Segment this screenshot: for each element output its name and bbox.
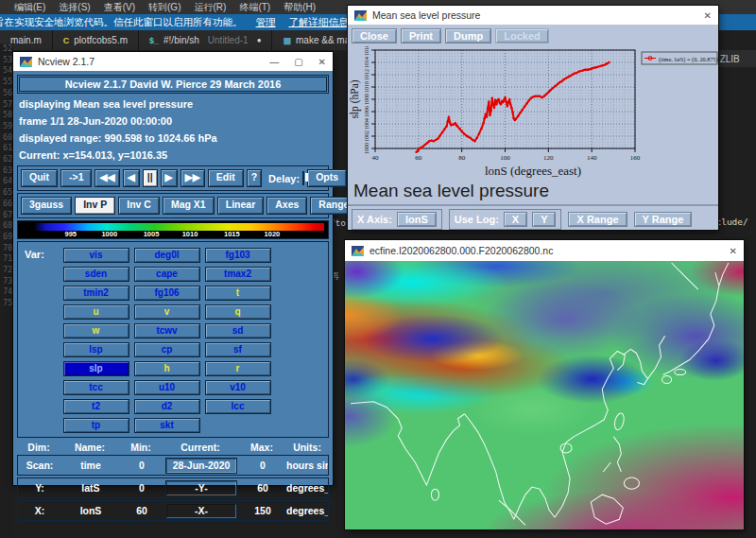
svg-text:(time, latS) = (0, 20.875): (time, latS) = (0, 20.875) bbox=[659, 56, 718, 63]
display-options-row: 3gaussInv PInv CMag X1LinearAxesRangeBi-… bbox=[17, 193, 329, 218]
manage-link[interactable]: 管理 bbox=[256, 16, 276, 29]
window-title: ecfine.I2020062800.000.F2020062800.nc bbox=[369, 245, 553, 256]
x-axis-label: X Axis: bbox=[357, 214, 392, 225]
var-button-skt[interactable]: skt bbox=[134, 418, 200, 433]
linear-button[interactable]: Linear bbox=[217, 197, 265, 215]
log-x-button[interactable]: X bbox=[504, 212, 527, 227]
log-y-button[interactable]: Y bbox=[532, 212, 556, 227]
print-button[interactable]: Print bbox=[401, 28, 441, 43]
var-button-lsp[interactable]: lsp bbox=[63, 342, 129, 357]
plot-bottom-toolbar: X Axis: lonS Use Log: X Y X Range Y Rang… bbox=[348, 204, 718, 233]
menu-item[interactable]: 查看(V) bbox=[97, 1, 142, 14]
var-button-tmin2[interactable]: tmin2 bbox=[63, 286, 129, 301]
y-range-button[interactable]: Y Range bbox=[634, 212, 693, 227]
maximize-icon[interactable]: ▢ bbox=[294, 57, 302, 67]
vscode-menu-bar: 编辑(E)选择(S)查看(V)转到(G)运行(R)终端(T)帮助(H) bbox=[8, 1, 322, 14]
delay-input[interactable] bbox=[302, 171, 304, 185]
close-button[interactable]: Close bbox=[352, 28, 397, 43]
edit-button[interactable]: Edit bbox=[208, 169, 244, 187]
var-button-w[interactable]: w bbox=[63, 323, 129, 338]
var-button-t2[interactable]: t2 bbox=[63, 399, 129, 414]
var-button-v[interactable]: v bbox=[134, 304, 200, 320]
var-button-q[interactable]: q bbox=[205, 304, 271, 320]
tab-sublabel: Untitled-1 bbox=[208, 35, 249, 45]
axes-button[interactable]: Axes bbox=[266, 197, 307, 215]
svg-text:120: 120 bbox=[543, 154, 554, 162]
svg-text:slp (hPa): slp (hPa) bbox=[349, 79, 361, 118]
step-back-icon[interactable]: ◀ bbox=[123, 169, 140, 187]
ncview-version-banner: Ncview 2.1.7 David W. Pierce 29 March 20… bbox=[19, 77, 327, 92]
var-button-u[interactable]: u bbox=[63, 304, 129, 320]
var-button-v10[interactable]: v10 bbox=[205, 380, 271, 395]
var-button-h[interactable]: h bbox=[134, 361, 200, 376]
ncview-titlebar[interactable]: Ncview 2.1.7 — ▢ ✕ bbox=[13, 52, 333, 71]
slp-field-map[interactable] bbox=[345, 261, 744, 529]
learn-more-link[interactable]: 了解详细信息 bbox=[289, 16, 349, 29]
goto-frame-1-button[interactable]: ->1 bbox=[60, 169, 92, 187]
quit-button[interactable]: Quit bbox=[21, 169, 58, 187]
var-button-cp[interactable]: cp bbox=[134, 342, 200, 357]
use-log-label: Use Log: bbox=[455, 214, 499, 225]
var-button-d2[interactable]: d2 bbox=[134, 399, 200, 414]
tab-label: #!/bin/sh bbox=[163, 35, 199, 45]
close-icon[interactable]: ✕ bbox=[730, 246, 737, 256]
menu-item[interactable]: 运行(R) bbox=[187, 1, 232, 14]
dim-current-button[interactable]: 28-Jun-2020 bbox=[165, 458, 237, 474]
3gauss-button[interactable]: 3gauss bbox=[21, 197, 72, 215]
editor-tab[interactable]: Cplotfcobs5.m bbox=[53, 30, 139, 50]
x-axis-variable-button[interactable]: lonS bbox=[397, 212, 437, 227]
dim-units: hours since 2 bbox=[286, 460, 328, 471]
dim-current-button[interactable]: -X- bbox=[165, 503, 237, 519]
menu-item[interactable]: 编辑(E) bbox=[8, 1, 52, 14]
frame-line: frame 1/1 28-Jun-2020 00:00:00 bbox=[16, 113, 330, 130]
map-titlebar[interactable]: ecfine.I2020062800.000.F2020062800.nc ✕ bbox=[345, 240, 744, 261]
dim-current-button[interactable]: -Y- bbox=[165, 480, 237, 496]
minimize-icon[interactable]: — bbox=[269, 57, 279, 67]
close-icon[interactable]: ✕ bbox=[318, 57, 326, 67]
inv-c-button[interactable]: Inv C bbox=[118, 197, 160, 215]
dump-button[interactable]: Dump bbox=[445, 28, 491, 43]
rewind-icon[interactable]: ◀◀ bbox=[94, 169, 119, 187]
var-button-sd[interactable]: sd bbox=[205, 323, 271, 338]
var-button-slp[interactable]: slp bbox=[63, 361, 129, 376]
var-button-t[interactable]: t bbox=[205, 286, 271, 301]
dim-header-cell: Dim: bbox=[17, 442, 60, 453]
menu-item[interactable]: 终端(T) bbox=[232, 1, 277, 14]
var-button-r[interactable]: r bbox=[205, 361, 271, 376]
fast-forward-icon[interactable]: ▶▶ bbox=[180, 169, 205, 187]
plot-titlebar[interactable]: Mean sea level pressure ✕ bbox=[348, 6, 718, 25]
var-button-tcc[interactable]: tcc bbox=[63, 380, 129, 395]
pause-icon[interactable]: || bbox=[143, 169, 158, 187]
svg-text:1014: 1014 bbox=[364, 57, 369, 68]
var-button-cape[interactable]: cape bbox=[134, 267, 200, 282]
var-button-u10[interactable]: u10 bbox=[134, 380, 200, 395]
dim-min: 60 bbox=[120, 505, 163, 516]
var-button-sf[interactable]: sf bbox=[205, 342, 271, 357]
svg-text:1000: 1000 bbox=[364, 143, 369, 154]
var-button-tcwv[interactable]: tcwv bbox=[134, 323, 200, 338]
line-number: 53 bbox=[0, 55, 12, 66]
x-range-button[interactable]: X Range bbox=[568, 212, 627, 227]
var-button-lcc[interactable]: lcc bbox=[205, 399, 271, 414]
editor-tab[interactable]: $_#!/bin/shUntitled-1● bbox=[139, 30, 272, 50]
help-button[interactable]: ? bbox=[247, 169, 262, 187]
line-number: 62 bbox=[0, 154, 12, 165]
close-icon[interactable]: ✕ bbox=[704, 10, 712, 21]
dim-units: degrees_east bbox=[286, 505, 328, 516]
play-icon[interactable]: ▶ bbox=[161, 169, 178, 187]
opts-button[interactable]: Opts bbox=[307, 169, 347, 187]
current-line: Current: x=154.013, y=1016.35 bbox=[16, 147, 330, 164]
var-button-sden[interactable]: sden bbox=[63, 267, 129, 282]
var-button-vis[interactable]: vis bbox=[63, 248, 129, 263]
dim-name: latS bbox=[61, 482, 120, 494]
var-button-tmax2[interactable]: tmax2 bbox=[205, 267, 271, 282]
var-button-fg103[interactable]: fg103 bbox=[205, 248, 271, 263]
var-button-fg106[interactable]: fg106 bbox=[134, 286, 200, 301]
var-button-deg0l[interactable]: deg0l bbox=[134, 248, 200, 263]
menu-item[interactable]: 转到(G) bbox=[142, 1, 187, 14]
var-button-tp[interactable]: tp bbox=[63, 418, 129, 433]
menu-item[interactable]: 选择(S) bbox=[52, 1, 96, 14]
inv-p-button[interactable]: Inv P bbox=[75, 197, 115, 215]
menu-item[interactable]: 帮助(H) bbox=[277, 1, 322, 14]
mag-x1-button[interactable]: Mag X1 bbox=[163, 197, 215, 215]
